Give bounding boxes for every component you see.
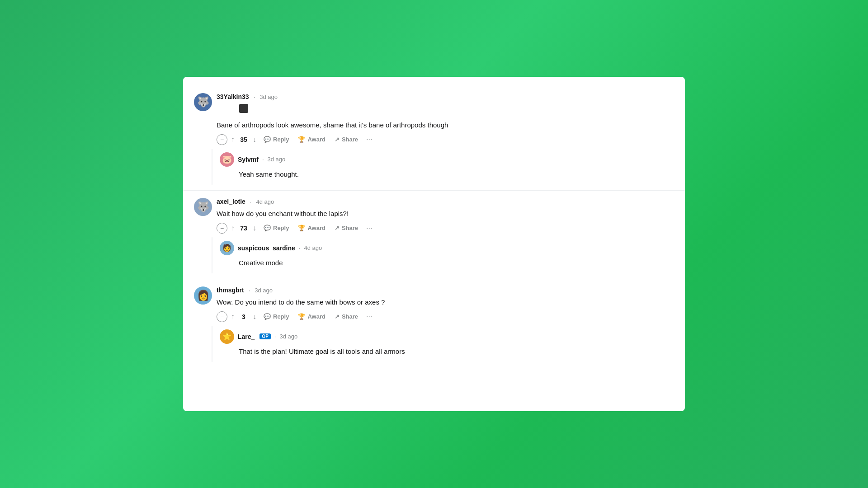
comment-2-header: axel_lotle · 4d ago: [217, 198, 674, 205]
reply-thread-1: 🐷 Sylvmf · 3d ago Yeah same thought.: [203, 149, 674, 185]
username-33yalkin33: 33Yalkin33: [217, 93, 249, 100]
more-btn-2[interactable]: ···: [363, 223, 375, 233]
comment-2-body: Wait how do you enchant without the lapi…: [217, 209, 674, 219]
username-sardine: suspicous_sardine: [238, 244, 295, 252]
vote-count-3: 3: [238, 313, 249, 320]
downvote-btn-2[interactable]: ↓: [251, 223, 258, 233]
vote-count-2: 73: [238, 225, 249, 232]
comment-1: 🐺 33Yalkin33 · 3d ago Bane of arthropods…: [183, 88, 685, 188]
avatar-axel-lotle: 🐺: [194, 198, 212, 216]
thread-line-2: [212, 237, 212, 274]
vote-count-1: 35: [238, 136, 249, 143]
more-btn-1[interactable]: ···: [363, 135, 375, 145]
username-lare: Lare_: [238, 333, 255, 340]
reply-1: 🐷 Sylvmf · 3d ago Yeah same thought.: [220, 149, 674, 185]
reply-1-body: Yeah same thought.: [239, 169, 674, 180]
reply-btn-1[interactable]: 💬 Reply: [260, 134, 292, 145]
reply-1-header: 🐷 Sylvmf · 3d ago: [220, 152, 674, 167]
reply-2: 🧑 suspicous_sardine · 4d ago Creative mo…: [220, 237, 674, 274]
divider-2: [183, 279, 685, 279]
avatar-33yalkin33: 🐺: [194, 93, 212, 111]
share-icon-1: ↗: [335, 136, 340, 143]
avatar-thmsgbrt: 👩: [194, 286, 212, 305]
comment-3: 👩 thmsgbrt · 3d ago Wow. Do you intend t…: [183, 281, 685, 366]
comment-2: 🐺 axel_lotle · 4d ago Wait how do you en…: [183, 192, 685, 277]
upvote-btn-2[interactable]: ↑: [229, 223, 236, 233]
comment-3-body: Wow. Do you intend to do the same with b…: [217, 297, 674, 308]
reply-3: ⭐ Lare_ OP · 3d ago That is the plan! Ul…: [220, 326, 674, 362]
username-thmsgbrt: thmsgbrt: [217, 286, 244, 294]
collapse-btn-2[interactable]: −: [217, 223, 227, 234]
chat-icon-3: 💬: [264, 313, 271, 320]
timestamp-thmsgbrt: 3d ago: [255, 287, 273, 294]
award-icon-3: 🏆: [298, 313, 305, 320]
collapse-btn-3[interactable]: −: [217, 311, 227, 322]
reply-2-header: 🧑 suspicous_sardine · 4d ago: [220, 241, 674, 255]
share-icon-3: ↗: [335, 313, 340, 320]
divider-1: [183, 190, 685, 191]
reply-thread-3: ⭐ Lare_ OP · 3d ago That is the plan! Ul…: [203, 326, 674, 362]
flair-33yalkin33: [239, 104, 248, 113]
reply-thread-2: 🧑 suspicous_sardine · 4d ago Creative mo…: [203, 237, 674, 274]
timestamp-sardine: 4d ago: [304, 244, 322, 251]
share-btn-1[interactable]: ↗ Share: [331, 134, 362, 145]
reply-btn-3[interactable]: 💬 Reply: [260, 311, 292, 322]
more-btn-3[interactable]: ···: [363, 312, 375, 322]
comment-thread: 🐺 33Yalkin33 · 3d ago Bane of arthropods…: [183, 88, 685, 366]
timestamp-axel: 4d ago: [256, 198, 274, 205]
timestamp-33yalkin33: 3d ago: [259, 94, 278, 100]
comment-1-header: 33Yalkin33 · 3d ago: [217, 93, 674, 100]
upvote-btn-3[interactable]: ↑: [229, 312, 236, 322]
avatar-sylvmf: 🐷: [220, 152, 234, 167]
comment-3-actions: − ↑ 3 ↓ 💬 Reply 🏆 Award ↗: [217, 311, 674, 322]
comment-1-actions: − ↑ 35 ↓ 💬 Reply 🏆 Award ↗: [217, 134, 674, 145]
comment-card: 🐺 33Yalkin33 · 3d ago Bane of arthropods…: [183, 77, 685, 411]
award-icon-2: 🏆: [298, 225, 305, 231]
award-btn-1[interactable]: 🏆 Award: [294, 134, 329, 145]
timestamp-sylvmf: 3d ago: [268, 156, 286, 163]
award-btn-3[interactable]: 🏆 Award: [294, 311, 329, 322]
op-badge-lare: OP: [259, 333, 270, 339]
thread-line-1: [212, 149, 212, 185]
upvote-btn-1[interactable]: ↑: [229, 135, 236, 145]
comment-2-actions: − ↑ 73 ↓ 💬 Reply 🏆 Award ↗: [217, 223, 674, 234]
share-icon-2: ↗: [335, 225, 340, 231]
downvote-btn-3[interactable]: ↓: [251, 312, 258, 322]
username-axel: axel_lotle: [217, 198, 245, 205]
share-btn-2[interactable]: ↗ Share: [331, 223, 362, 233]
share-btn-3[interactable]: ↗ Share: [331, 311, 362, 322]
collapse-btn-1[interactable]: −: [217, 134, 227, 145]
thread-line-3: [212, 326, 212, 362]
reply-btn-2[interactable]: 💬 Reply: [260, 223, 292, 233]
comment-1-body: Bane of arthropods look awesome, shame t…: [217, 120, 674, 131]
award-btn-2[interactable]: 🏆 Award: [294, 223, 329, 233]
reply-3-body: That is the plan! Ultimate goal is all t…: [239, 347, 674, 357]
chat-icon-2: 💬: [264, 225, 271, 231]
comment-3-header: thmsgbrt · 3d ago: [217, 286, 674, 294]
username-sylvmf: Sylvmf: [238, 156, 259, 163]
reply-2-body: Creative mode: [239, 258, 674, 268]
chat-icon-1: 💬: [264, 136, 271, 143]
timestamp-lare: 3d ago: [279, 333, 297, 340]
reply-3-header: ⭐ Lare_ OP · 3d ago: [220, 329, 674, 344]
avatar-lare: ⭐: [220, 329, 234, 344]
downvote-btn-1[interactable]: ↓: [251, 135, 258, 145]
avatar-suspicous-sardine: 🧑: [220, 241, 234, 255]
award-icon-1: 🏆: [298, 136, 305, 143]
